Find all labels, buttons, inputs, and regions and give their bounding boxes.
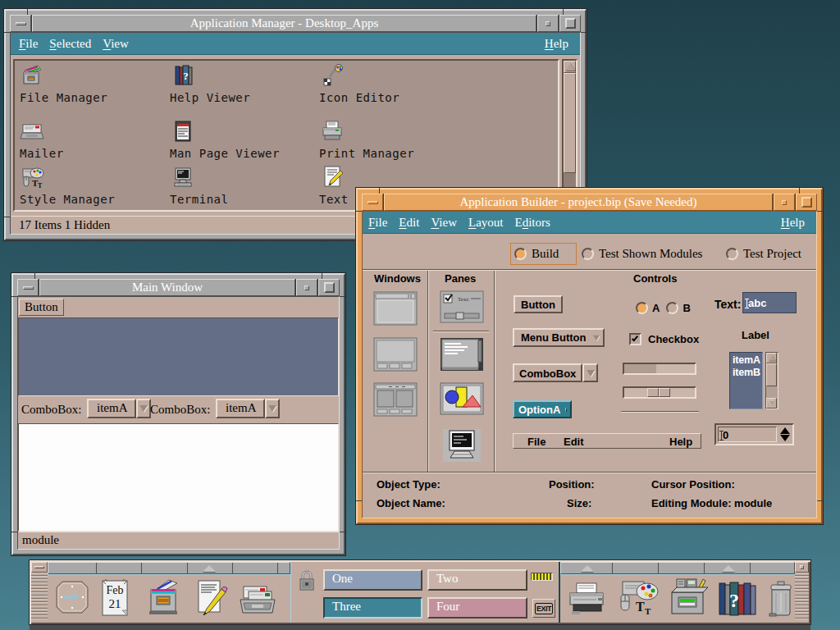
- palette-spinbox[interactable]: 0: [714, 423, 794, 445]
- maximize-button[interactable]: [796, 194, 817, 211]
- palette-option-menu[interactable]: OptionA: [513, 400, 572, 418]
- panel-text-editor[interactable]: [192, 578, 228, 619]
- palette-menu-button[interactable]: Menu Button: [513, 328, 605, 347]
- app-icon-print-manager[interactable]: Print Manager: [319, 118, 467, 144]
- workspace-button-four[interactable]: Four: [427, 597, 527, 619]
- menu-edit[interactable]: Edit: [393, 216, 425, 230]
- maximize-button[interactable]: [318, 279, 340, 296]
- panel-calendar[interactable]: Feb 21: [98, 578, 132, 619]
- app-icon-terminal[interactable]: Terminal: [170, 164, 317, 190]
- panel-style-manager[interactable]: T T: [618, 580, 660, 619]
- app-icon-mailer[interactable]: Mailer: [20, 118, 167, 144]
- combobox-2[interactable]: itemA: [216, 399, 280, 418]
- spinbox-up-button[interactable]: [780, 427, 790, 434]
- palette-dialog-window[interactable]: [372, 336, 418, 372]
- subpanel-arrow-up-icon[interactable]: [581, 565, 594, 572]
- panel-left-handle[interactable]: [31, 573, 48, 621]
- menu-help[interactable]: Help: [775, 216, 810, 230]
- panel-mailer[interactable]: [237, 582, 278, 618]
- menu-file[interactable]: File: [13, 37, 43, 51]
- titlebar[interactable]: Main Window: [17, 279, 340, 296]
- palette-button[interactable]: Button: [514, 295, 563, 313]
- workspace-button-one[interactable]: One: [323, 569, 422, 591]
- palette-terminal-pane[interactable]: [443, 429, 481, 462]
- panel-applications[interactable]: [667, 578, 710, 620]
- mode-radio-test-project[interactable]: Test Project: [726, 247, 801, 261]
- minimize-button[interactable]: [774, 194, 795, 211]
- panel-right-handle[interactable]: [795, 573, 809, 621]
- window-menu-button[interactable]: [17, 279, 39, 296]
- palette-menubar[interactable]: File Edit Help: [513, 433, 701, 449]
- window-menu-button[interactable]: [10, 15, 31, 32]
- panel-help-viewer[interactable]: ?: [718, 580, 759, 619]
- style-manager-icon: T T: [618, 580, 660, 619]
- app-icon-help-viewer[interactable]: ? Help Viewer: [170, 62, 317, 89]
- list-item[interactable]: itemA: [733, 354, 762, 367]
- app-icon-text-editor[interactable]: Text Editor: [319, 164, 467, 190]
- panel-minimize-button[interactable]: [31, 562, 48, 573]
- panel-menu-button-right[interactable]: [795, 562, 809, 573]
- app-icon-icon-editor[interactable]: Icon Editor: [319, 62, 467, 89]
- mode-radio-test-shown-modules[interactable]: Test Shown Modules: [582, 247, 702, 261]
- text-area[interactable]: [18, 423, 339, 532]
- minimize-button[interactable]: [537, 15, 559, 32]
- menu-view[interactable]: View: [425, 216, 463, 230]
- panel-file-manager[interactable]: [144, 578, 182, 618]
- palette-control-pane[interactable]: Text:: [440, 290, 484, 323]
- menu-help[interactable]: Help: [539, 37, 574, 51]
- palette-text-field[interactable]: abc: [742, 292, 797, 313]
- exit-button[interactable]: EXIT: [532, 599, 555, 618]
- menu-editors[interactable]: Editors: [509, 216, 556, 230]
- workspace-button-three[interactable]: Three: [323, 597, 422, 619]
- menu-selected[interactable]: Selected: [43, 37, 97, 51]
- palette-scale[interactable]: [623, 386, 696, 399]
- palette-custom-dialog[interactable]: [372, 381, 418, 418]
- list-scroll-down-button[interactable]: [766, 398, 777, 409]
- combobox-arrow-button[interactable]: [265, 399, 280, 418]
- minimize-button[interactable]: [296, 279, 317, 296]
- titlebar[interactable]: Application Manager - Desktop_Apps: [10, 15, 581, 32]
- exit-label: EXIT: [535, 603, 553, 614]
- app-icon-style-manager[interactable]: T T Style Manager: [20, 164, 167, 190]
- mode-radio-build[interactable]: Build: [514, 247, 559, 261]
- subpanel-arrow-up-icon[interactable]: [722, 565, 735, 572]
- sample-menu-help[interactable]: Help: [669, 436, 692, 448]
- panel-printer[interactable]: [567, 582, 608, 618]
- combobox-arrow-button[interactable]: [582, 363, 598, 382]
- titlebar[interactable]: Application Builder - project.bip (Save …: [362, 194, 817, 211]
- sample-menu-edit[interactable]: Edit: [564, 436, 584, 448]
- menu-layout[interactable]: Layout: [463, 216, 509, 230]
- combobox-text: ComboBox: [513, 363, 582, 382]
- workspace-button-two[interactable]: Two: [427, 569, 527, 591]
- spinbox-down-button[interactable]: [780, 435, 790, 441]
- panel-clock[interactable]: [54, 579, 90, 617]
- list-scrollbar-thumb[interactable]: [766, 363, 777, 386]
- spinbox-field[interactable]: 0: [718, 427, 777, 442]
- maximize-button[interactable]: [559, 15, 581, 32]
- sample-menu-file[interactable]: File: [527, 436, 546, 448]
- panel-trash[interactable]: [766, 580, 796, 619]
- menu-file[interactable]: File: [363, 216, 393, 230]
- subpanel-arrow-up-icon[interactable]: [203, 565, 216, 572]
- palette-draw-pane[interactable]: [440, 382, 484, 415]
- subpanel-strip-left: [48, 562, 290, 574]
- combobox-1[interactable]: itemA: [87, 399, 151, 418]
- app-icon-file-manager[interactable]: File Manager: [20, 62, 167, 89]
- palette-list[interactable]: itemA itemB: [729, 352, 763, 409]
- list-scrollbar[interactable]: [765, 352, 778, 409]
- palette-text-pane[interactable]: [440, 337, 484, 372]
- panel-lock[interactable]: [298, 569, 316, 592]
- combobox-arrow-button[interactable]: [136, 399, 151, 418]
- window-menu-button[interactable]: [362, 194, 383, 211]
- button-control[interactable]: Button: [19, 299, 64, 316]
- scrollbar-up-button[interactable]: [564, 61, 576, 73]
- palette-radiobox[interactable]: A B: [636, 302, 691, 314]
- menu-view[interactable]: View: [97, 37, 135, 51]
- palette-checkbox[interactable]: Checkbox: [629, 333, 699, 345]
- app-icon-man-page-viewer[interactable]: Man Page Viewer: [170, 118, 317, 144]
- palette-combobox[interactable]: ComboBox: [513, 363, 598, 382]
- list-item[interactable]: itemB: [733, 367, 762, 379]
- scrollbar-thumb[interactable]: [564, 73, 576, 173]
- palette-main-window[interactable]: [372, 290, 418, 326]
- list-scroll-up-button[interactable]: [766, 353, 777, 363]
